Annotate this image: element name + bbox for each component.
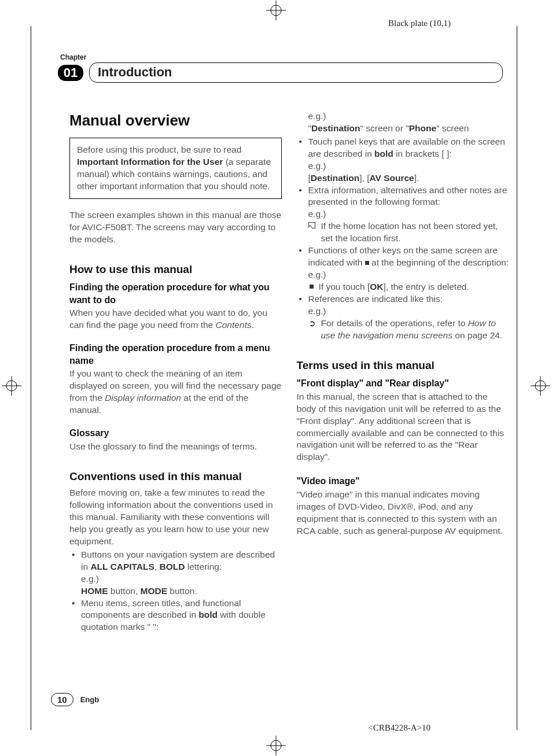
- callout-text: Before using this product, be sure to re…: [77, 145, 241, 154]
- body-text: When you have decided what you want to d…: [69, 307, 282, 331]
- heading-manual-overview: Manual overview: [69, 110, 282, 131]
- list-item: Extra information, alternatives and othe…: [297, 185, 509, 245]
- callout-bold: Important Information for the User: [77, 157, 223, 167]
- crop-mark: [31, 26, 31, 730]
- chapter-label: Chapter: [60, 53, 503, 61]
- body-text: e.g.) "Destination" screen or "Phone" sc…: [297, 110, 509, 135]
- subheading-video-image: "Video image": [297, 475, 509, 488]
- subheading-finding-procedure: Finding the operation procedure for what…: [69, 281, 282, 306]
- bullet-list: Touch panel keys that are available on t…: [297, 136, 509, 342]
- subheading-glossary: Glossary: [69, 427, 282, 440]
- black-plate-label: Black plate (10,1): [388, 19, 451, 28]
- intro-paragraph: The screen examples shown in this manual…: [69, 209, 282, 246]
- list-item: References are indicated like this: e.g.…: [297, 293, 509, 342]
- registration-mark-icon: [2, 376, 21, 396]
- crop-mark: [517, 26, 517, 730]
- body-text: Use the glossary to find the meanings of…: [69, 441, 282, 453]
- chapter-number-badge: 01: [58, 65, 83, 81]
- right-column: e.g.) "Destination" screen or "Phone" sc…: [297, 110, 509, 633]
- body-text: Before moving on, take a few minutes to …: [69, 487, 282, 548]
- list-item: Menu items, screen titles, and functiona…: [69, 598, 282, 634]
- left-column: Manual overview Before using this produc…: [69, 110, 282, 633]
- registration-mark-icon: [266, 1, 286, 20]
- page-number: 10: [51, 693, 73, 706]
- chapter-header: Chapter 01 Introduction: [58, 53, 503, 83]
- list-item: Buttons on your navigation system are de…: [69, 549, 282, 598]
- body-text: If you want to check the meaning of an i…: [69, 368, 282, 416]
- heading-how-to-use: How to use this manual: [69, 262, 282, 277]
- content-columns: Manual overview Before using this produc…: [69, 110, 509, 633]
- reference-item: For details of the operations, refer to …: [308, 318, 509, 342]
- list-item: Functions of other keys on the same scre…: [297, 245, 509, 293]
- callout-box: Before using this product, be sure to re…: [69, 138, 282, 199]
- manual-page: Black plate (10,1) Chapter 01 Introducti…: [0, 0, 552, 756]
- heading-terms: Terms used in this manual: [297, 358, 509, 373]
- note-item: If the home location has not been stored…: [308, 220, 509, 245]
- heading-conventions: Conventions used in this manual: [69, 469, 282, 484]
- page-footer: 10 Engb: [51, 693, 99, 706]
- note-icon: [308, 222, 315, 228]
- chapter-title: Introduction: [89, 62, 503, 83]
- registration-mark-icon: [531, 376, 550, 396]
- square-icon: [365, 261, 369, 265]
- subheading-front-rear-display: "Front display" and "Rear display": [297, 377, 509, 390]
- list-item: Touch panel keys that are available on t…: [297, 136, 509, 185]
- body-text: "Video image" in this manual indicates m…: [297, 489, 509, 537]
- subheading-finding-from-menu: Finding the operation procedure from a m…: [69, 342, 282, 367]
- body-text: In this manual, the screen that is attac…: [297, 391, 509, 464]
- document-code: <CRB4228-A>10: [368, 723, 430, 733]
- registration-mark-icon: [266, 736, 286, 755]
- bullet-list: Buttons on your navigation system are de…: [69, 549, 282, 633]
- language-label: Engb: [80, 695, 100, 704]
- square-item: If you touch [OK], the entry is deleted.: [308, 281, 509, 293]
